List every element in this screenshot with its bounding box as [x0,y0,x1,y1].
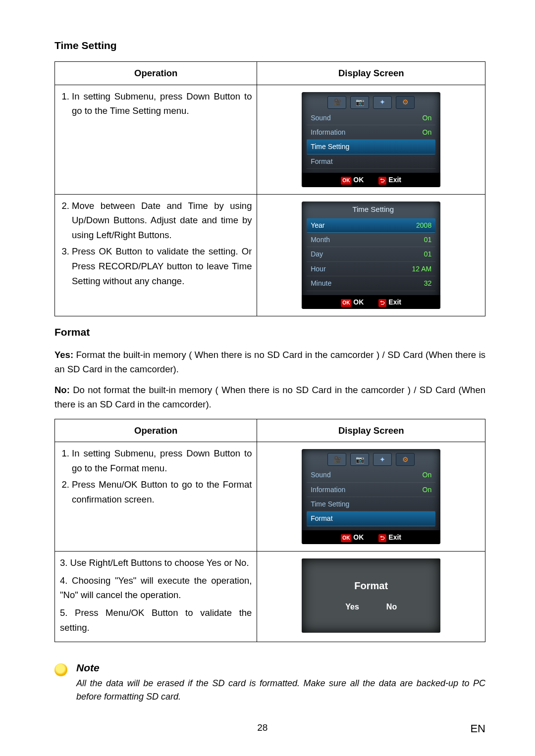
time-setting-heading: Time Setting [54,40,485,51]
lcd-menu-row: Minute32 [307,276,435,291]
lcd-menu-row: InformationOn [307,483,435,497]
format-heading: Format [54,326,485,338]
ok-hint: OKOK [341,297,364,307]
lcd-menu-row: InformationOn [307,125,435,140]
format-no-para: No: Do not format the built-in memory ( … [54,383,485,411]
lightbulb-icon [54,663,67,676]
page-footer: 28 EN [0,722,535,735]
fmt-step-5: 5. Press Menu/OK Button to validate the … [60,605,252,635]
lcd-menu-row: Format [307,154,435,169]
note-text: All the data will be erased if the SD ca… [76,677,485,704]
ts-row2-ops: Move between Date and Time by using Up/D… [55,194,257,316]
fmt-row2-ops: 3. Use Right/Left Buttons to choose Yes … [55,552,257,642]
fmt-step-1: In setting Submenu, press Down Button to… [72,446,252,475]
video-icon: 🎥 [327,96,346,109]
ts-row1-screen: 🎥 📷 ✦ ⚙ SoundOnInformationOnTime Setting… [257,85,485,194]
lcd-menu-row: Hour12 AM [307,262,435,276]
exit-hint: ⮌Exit [378,174,401,185]
lcd-menu-row: Format [307,511,435,526]
lcd-title: Time Setting [302,202,440,218]
ok-hint: OKOK [341,532,364,543]
format-title: Format [354,578,388,594]
lcd-format-confirm: Format Yes No [302,558,440,633]
fmt-row2-screen: Format Yes No [257,552,485,642]
lcd-settings-menu: 🎥 📷 ✦ ⚙ SoundOnInformationOnTime Setting… [302,92,440,187]
lcd-time-setting: Time Setting Year2008Month01Day01Hour12 … [302,202,440,309]
exit-hint: ⮌Exit [378,532,401,543]
ok-hint: OKOK [341,174,364,185]
fmt-step-3: 3. Use Right/Left Buttons to choose Yes … [60,555,252,570]
note-block: Note All the data will be erased if the … [54,662,485,704]
camera-icon: 📷 [350,453,369,466]
format-yes: Yes [345,601,359,613]
ts-row1-ops: In setting Submenu, press Down Button to… [55,85,257,194]
time-setting-table: Operation Display Screen In setting Subm… [54,61,485,316]
note-heading: Note [76,662,485,674]
fmt-row1-ops: In setting Submenu, press Down Button to… [55,442,257,552]
format-yes-para: Yes: Format the built-in memory ( When t… [54,348,485,376]
language-code: EN [470,722,485,735]
fmt-step-4: 4. Choosing "Yes" will execute the opera… [60,573,252,603]
lcd-menu-row: Year2008 [307,218,435,233]
lcd-settings-menu-format: 🎥 📷 ✦ ⚙ SoundOnInformationOnTime Setting… [302,449,440,544]
ts-step-1: In setting Submenu, press Down Button to… [72,89,252,118]
lcd-menu-row: SoundOn [307,111,435,125]
header-operation: Operation [55,419,257,442]
gear-icon: ⚙ [396,96,415,109]
lcd-menu-row: Month01 [307,233,435,247]
ts-row2-screen: Time Setting Year2008Month01Day01Hour12 … [257,194,485,316]
camera-icon: 📷 [350,96,369,109]
format-no: No [386,601,397,613]
exit-hint: ⮌Exit [378,297,401,307]
fmt-row1-screen: 🎥 📷 ✦ ⚙ SoundOnInformationOnTime Setting… [257,442,485,552]
ts-step-3: Press OK Button to validate the setting.… [72,244,252,288]
header-display: Display Screen [257,419,485,442]
header-operation: Operation [55,62,257,85]
ts-step-2: Move between Date and Time by using Up/D… [72,199,252,243]
effect-icon: ✦ [373,96,392,109]
effect-icon: ✦ [373,453,392,466]
page-number: 28 [54,722,470,735]
fmt-step-2: Press Menu/OK Button to go to the Format… [72,477,252,506]
header-display: Display Screen [257,62,485,85]
format-table: Operation Display Screen In setting Subm… [54,419,485,643]
lcd-menu-row: SoundOn [307,468,435,482]
lcd-menu-row: Time Setting [307,140,435,154]
lcd-menu-row: Day01 [307,247,435,261]
video-icon: 🎥 [327,453,346,466]
gear-icon: ⚙ [396,453,415,466]
lcd-menu-row: Time Setting [307,497,435,511]
